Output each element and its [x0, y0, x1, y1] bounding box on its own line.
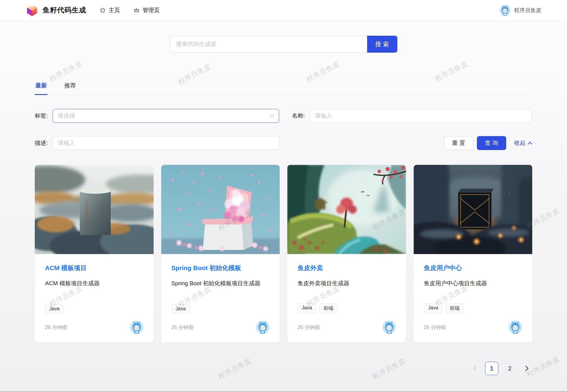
search-row: 搜 索 [0, 36, 567, 53]
card-author-avatar [509, 321, 522, 334]
tag-filter-label: 标签: [35, 112, 48, 120]
chevron-right-icon [525, 366, 529, 371]
card-title-link[interactable]: ACM 模板项目 [45, 264, 143, 272]
nav-item-label: 管理页 [142, 6, 160, 14]
pagination-next-button[interactable] [521, 362, 532, 375]
query-button[interactable]: 查 询 [477, 136, 506, 150]
filter-group-description: 描述: [35, 136, 279, 150]
generator-card-grid: ACM 模板项目 ACM 模板项目生成器 Java 25 分钟前 [35, 165, 532, 342]
brand-title: 鱼籽代码生成 [43, 5, 86, 15]
navbar: 鱼籽代码生成 主页 管理页 程序员鱼皮 [0, 0, 567, 21]
tab-latest[interactable]: 最新 [35, 78, 47, 95]
card-author-avatar [383, 321, 396, 334]
reset-button[interactable]: 重 置 [444, 136, 473, 150]
card-tags: Java前端 [424, 303, 522, 313]
card-body: Spring Boot 初始化模板 Spring Boot 初始化模板项目生成器… [161, 254, 280, 342]
tag-pill: Java [298, 303, 316, 313]
cover-art-desert-cube [35, 165, 154, 254]
card-footer: 25 分钟前 [424, 321, 522, 334]
tag-pill: Java [171, 304, 190, 313]
filter-row-1: 标签: 请选择 名称: [35, 109, 532, 123]
card-footer: 25 分钟前 [298, 321, 396, 334]
mascot-avatar-icon [509, 321, 522, 334]
tag-pill: Java [424, 303, 443, 313]
card-description: 鱼皮外卖项目生成器 [298, 279, 396, 288]
generator-card[interactable]: ACM 模板项目 ACM 模板项目生成器 Java 25 分钟前 [35, 165, 154, 342]
tab-bar: 最新 推荐 [35, 78, 532, 95]
tag-pill: 前端 [319, 303, 337, 313]
card-title-link[interactable]: 鱼皮外卖 [298, 264, 396, 272]
card-timestamp: 25 分钟前 [298, 324, 320, 331]
chevron-down-icon [269, 114, 274, 117]
search-input[interactable] [170, 36, 367, 53]
card-body: 鱼皮用户中心 鱼皮用户中心项目生成器 Java前端 25 分钟前 [414, 254, 533, 342]
chevron-left-icon [473, 366, 477, 371]
brand[interactable]: 鱼籽代码生成 [26, 4, 86, 17]
card-author-avatar [256, 321, 269, 334]
mascot-avatar-icon [130, 321, 143, 334]
tag-select-placeholder: 请选择 [58, 112, 75, 120]
pagination-page-2[interactable]: 2 [503, 362, 516, 375]
description-filter-input[interactable] [53, 136, 279, 150]
card-tags: Java [171, 304, 270, 313]
nav-item-label: 主页 [109, 6, 120, 14]
card-description: Spring Boot 初始化模板项目生成器 [171, 279, 270, 288]
card-title-link[interactable]: 鱼皮用户中心 [424, 264, 522, 272]
search-box: 搜 索 [170, 36, 397, 53]
name-filter-input[interactable] [310, 109, 532, 123]
filter-form: 标签: 请选择 名称: 描述: 重 置 查 询 [35, 109, 532, 150]
card-footer: 25 分钟前 [45, 321, 143, 334]
page: 鱼籽代码生成 主页 管理页 程序员鱼皮 搜 索 [0, 0, 567, 392]
pagination-page-1[interactable]: 1 [485, 362, 498, 375]
generator-card[interactable]: 鱼皮用户中心 鱼皮用户中心项目生成器 Java前端 25 分钟前 [414, 165, 533, 342]
pagination-prev-button[interactable] [469, 362, 480, 375]
card-cover-image [35, 165, 154, 254]
filter-actions: 重 置 查 询 收起 [444, 136, 532, 150]
card-footer: 25 分钟前 [171, 321, 270, 334]
description-filter-label: 描述: [35, 139, 48, 147]
card-cover-image [161, 165, 280, 254]
card-tags: Java [45, 304, 143, 313]
cover-art-valley-landscape [287, 165, 406, 254]
tag-select[interactable]: 请选择 [53, 109, 279, 123]
cover-art-flower-box [161, 165, 280, 254]
mascot-avatar-icon [256, 321, 269, 334]
tab-recommended[interactable]: 推荐 [64, 78, 77, 95]
card-timestamp: 25 分钟前 [171, 324, 194, 331]
card-cover-image [414, 165, 533, 254]
tag-pill: 前端 [445, 303, 464, 313]
cover-art-dark-cube [414, 165, 533, 254]
collapse-link[interactable]: 收起 [514, 139, 532, 147]
card-tags: Java前端 [298, 303, 396, 313]
collapse-label: 收起 [514, 139, 526, 147]
card-body: 鱼皮外卖 鱼皮外卖项目生成器 Java前端 25 分钟前 [287, 254, 406, 342]
chevron-up-icon [528, 142, 532, 145]
card-body: ACM 模板项目 ACM 模板项目生成器 Java 25 分钟前 [35, 254, 154, 342]
brand-logo-cube-icon [26, 4, 38, 17]
card-timestamp: 25 分钟前 [424, 324, 447, 331]
pagination: 1 2 [35, 362, 532, 375]
nav-item-home[interactable]: 主页 [99, 6, 120, 14]
card-author-avatar [130, 321, 143, 334]
home-icon [99, 7, 106, 13]
mascot-avatar-icon [383, 321, 396, 334]
user-name: 程序员鱼皮 [514, 7, 541, 14]
card-cover-image [287, 165, 406, 254]
user-avatar [500, 5, 510, 16]
filter-group-tag: 标签: 请选择 [35, 109, 279, 123]
name-filter-label: 名称: [292, 112, 305, 120]
tag-pill: Java [45, 304, 64, 313]
filter-group-name: 名称: [292, 109, 532, 123]
search-button[interactable]: 搜 索 [367, 36, 397, 53]
user-menu[interactable]: 程序员鱼皮 [500, 5, 541, 16]
nav-item-admin[interactable]: 管理页 [133, 6, 160, 14]
card-title-link[interactable]: Spring Boot 初始化模板 [171, 264, 270, 272]
card-description: 鱼皮用户中心项目生成器 [424, 279, 522, 288]
mascot-avatar-icon [500, 5, 510, 16]
card-timestamp: 25 分钟前 [45, 324, 68, 331]
card-description: ACM 模板项目生成器 [45, 279, 143, 288]
generator-card[interactable]: 鱼皮外卖 鱼皮外卖项目生成器 Java前端 25 分钟前 [287, 165, 406, 342]
generator-card[interactable]: Spring Boot 初始化模板 Spring Boot 初始化模板项目生成器… [161, 165, 280, 342]
filter-row-2: 描述: 重 置 查 询 收起 [35, 136, 532, 150]
crown-icon [133, 7, 140, 13]
